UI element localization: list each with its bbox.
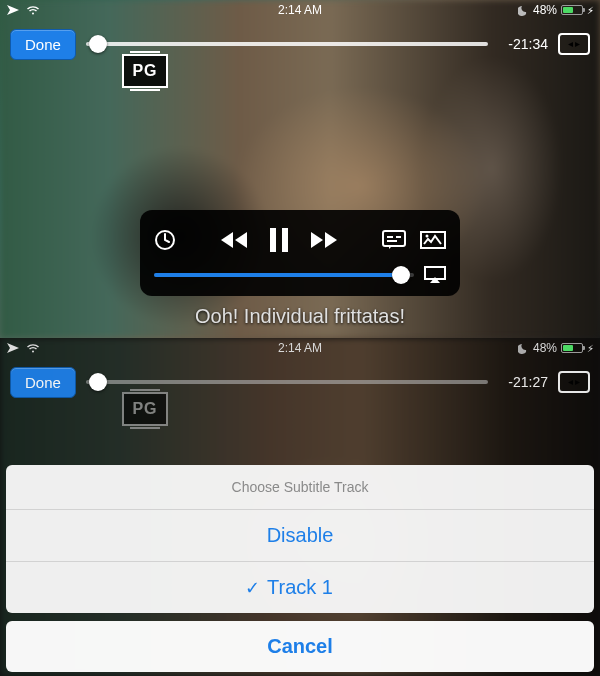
sheet-option-disable[interactable]: Disable <box>6 510 594 562</box>
progress-track <box>86 380 488 384</box>
status-left <box>6 4 40 16</box>
sheet-option-label: Disable <box>267 524 334 546</box>
sheet-cancel-button[interactable]: Cancel <box>6 621 594 672</box>
playback-progress[interactable] <box>86 372 488 392</box>
svg-point-5 <box>426 235 429 238</box>
battery-text: 48% <box>533 3 557 17</box>
battery-fill <box>563 7 573 13</box>
time-remaining: -21:27 <box>498 374 548 390</box>
fullscreen-arrows-icon: ◂▸ <box>568 39 580 49</box>
wifi-icon <box>26 5 40 15</box>
fullscreen-button[interactable]: ◂▸ <box>558 371 590 393</box>
svg-rect-2 <box>282 228 288 252</box>
status-time: 2:14 AM <box>278 3 322 17</box>
status-right: 48% ⚡︎ <box>518 3 594 17</box>
status-bar: 2:14 AM 48% ⚡︎ <box>0 0 600 20</box>
status-left <box>6 342 40 354</box>
sheet-title: Choose Subtitle Track <box>6 465 594 510</box>
progress-thumb[interactable] <box>89 373 107 391</box>
sleep-timer-icon[interactable] <box>154 229 176 251</box>
video-player-top: 2:14 AM 48% ⚡︎ Done -21:34 ◂▸ PG <box>0 0 600 338</box>
fullscreen-button[interactable]: ◂▸ <box>558 33 590 55</box>
svg-rect-1 <box>270 228 276 252</box>
moon-icon <box>518 343 529 354</box>
volume-thumb[interactable] <box>392 266 410 284</box>
status-time: 2:14 AM <box>278 341 322 355</box>
time-remaining: -21:34 <box>498 36 548 52</box>
progress-thumb[interactable] <box>89 35 107 53</box>
sheet-option-track1[interactable]: ✓ Track 1 <box>6 562 594 613</box>
progress-track <box>86 42 488 46</box>
video-player-bottom: 2:14 AM 48% ⚡︎ Done -21:27 ◂▸ PG Cho <box>0 338 600 676</box>
checkmark-icon: ✓ <box>245 577 260 599</box>
status-right: 48% ⚡︎ <box>518 341 594 355</box>
battery-icon <box>561 343 583 353</box>
status-bar: 2:14 AM 48% ⚡︎ <box>0 338 600 358</box>
wifi-icon <box>26 343 40 353</box>
moon-icon <box>518 5 529 16</box>
charging-bolt-icon: ⚡︎ <box>587 5 594 16</box>
airplane-mode-icon <box>6 342 20 354</box>
volume-slider[interactable] <box>154 273 414 277</box>
battery-icon <box>561 5 583 15</box>
rewind-button[interactable] <box>221 229 251 251</box>
svg-rect-3 <box>383 231 405 246</box>
aspect-ratio-button[interactable] <box>420 231 446 249</box>
battery-fill <box>563 345 573 351</box>
controls-row-volume <box>154 266 446 284</box>
battery-text: 48% <box>533 341 557 355</box>
subtitle-caption: Ooh! Individual frittatas! <box>195 305 405 328</box>
playback-controls <box>140 210 460 296</box>
charging-bolt-icon: ⚡︎ <box>587 343 594 354</box>
airplane-mode-icon <box>6 4 20 16</box>
pause-button[interactable] <box>269 228 289 252</box>
sheet-cancel-label: Cancel <box>267 635 333 657</box>
subtitle-action-sheet: Choose Subtitle Track Disable ✓ Track 1 … <box>6 465 594 672</box>
player-nav: Done -21:34 ◂▸ <box>0 22 600 66</box>
done-button[interactable]: Done <box>10 29 76 60</box>
playback-progress[interactable] <box>86 34 488 54</box>
sheet-option-label: Track 1 <box>267 576 333 598</box>
airplay-button[interactable] <box>424 266 446 284</box>
player-nav: Done -21:27 ◂▸ <box>0 360 600 404</box>
controls-row-buttons <box>154 220 446 260</box>
volume-fill <box>154 273 401 277</box>
fullscreen-arrows-icon: ◂▸ <box>568 377 580 387</box>
fast-forward-button[interactable] <box>307 229 337 251</box>
sheet-options-group: Choose Subtitle Track Disable ✓ Track 1 <box>6 465 594 613</box>
subtitles-button[interactable] <box>382 230 406 250</box>
done-button[interactable]: Done <box>10 367 76 398</box>
